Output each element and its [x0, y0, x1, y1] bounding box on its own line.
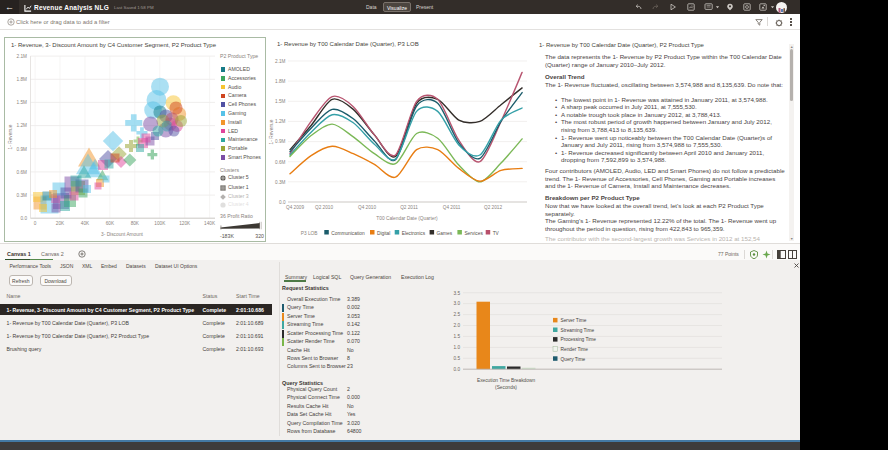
svg-text:1.2M: 1.2M: [275, 119, 286, 124]
svg-text:0.5: 0.5: [453, 356, 460, 361]
svg-text:(Seconds): (Seconds): [495, 385, 517, 390]
svg-text:TV: TV: [493, 231, 500, 236]
svg-text:1- Revenue: 1- Revenue: [269, 119, 274, 144]
svg-text:2.5: 2.5: [453, 312, 460, 317]
svg-text:80K: 80K: [131, 221, 140, 226]
svg-text:1- Revenue: 1- Revenue: [8, 124, 13, 149]
svg-text:2.1M: 2.1M: [275, 59, 286, 64]
svg-text:40K: 40K: [81, 221, 90, 226]
svg-text:0.3M: 0.3M: [17, 193, 28, 198]
svg-text:Render Time: Render Time: [561, 347, 589, 352]
svg-text:Query Time: Query Time: [561, 357, 586, 362]
svg-text:3- Discount Amount: 3- Discount Amount: [101, 232, 144, 237]
svg-text:2.1M: 2.1M: [17, 54, 28, 59]
svg-text:Q2 2011: Q2 2011: [400, 205, 418, 210]
svg-text:140K: 140K: [204, 221, 216, 226]
svg-text:0.9M: 0.9M: [275, 139, 286, 144]
svg-text:T00 Calendar Date (Quarter): T00 Calendar Date (Quarter): [376, 216, 438, 221]
svg-text:1.5: 1.5: [453, 334, 460, 339]
svg-text:Q4 2010: Q4 2010: [358, 205, 376, 210]
svg-text:120K: 120K: [179, 221, 191, 226]
svg-text:Electronics: Electronics: [402, 231, 426, 236]
svg-text:1.0: 1.0: [453, 345, 460, 350]
svg-text:Q4 2009: Q4 2009: [286, 205, 304, 210]
svg-text:100K: 100K: [154, 221, 166, 226]
svg-text:1.5M: 1.5M: [275, 99, 286, 104]
svg-text:0.0: 0.0: [279, 200, 286, 205]
svg-text:2.0: 2.0: [453, 323, 460, 328]
svg-text:Communication: Communication: [331, 231, 365, 236]
svg-text:1.5M: 1.5M: [17, 100, 28, 105]
svg-text:0.9M: 0.9M: [17, 147, 28, 152]
svg-text:0.0: 0.0: [20, 216, 27, 221]
svg-text:1.8M: 1.8M: [275, 79, 286, 84]
svg-text:Q2 2010: Q2 2010: [315, 205, 333, 210]
svg-text:60K: 60K: [106, 221, 115, 226]
svg-text:Games: Games: [437, 231, 453, 236]
svg-text:0.6M: 0.6M: [17, 170, 28, 175]
svg-text:Q4 2011: Q4 2011: [443, 205, 461, 210]
svg-text:20K: 20K: [56, 221, 65, 226]
svg-text:3.5: 3.5: [453, 291, 460, 296]
svg-text:Q2 2012: Q2 2012: [484, 205, 502, 210]
svg-text:1.8M: 1.8M: [17, 77, 28, 82]
svg-text:Digital: Digital: [377, 231, 390, 236]
svg-text:Server Time: Server Time: [561, 318, 587, 323]
svg-text:Execution Time Breakdown: Execution Time Breakdown: [477, 378, 535, 383]
svg-text:Streaming Time: Streaming Time: [561, 328, 595, 333]
svg-text:0: 0: [34, 221, 37, 226]
svg-text:3.0: 3.0: [453, 301, 460, 306]
svg-text:P3 LOB: P3 LOB: [301, 231, 318, 236]
svg-text:0.3M: 0.3M: [275, 180, 286, 185]
svg-text:Services: Services: [464, 231, 483, 236]
svg-text:1.2M: 1.2M: [17, 123, 28, 128]
svg-text:0.6M: 0.6M: [275, 160, 286, 165]
svg-text:0.0: 0.0: [453, 367, 460, 372]
svg-text:Processing Time: Processing Time: [561, 337, 597, 342]
